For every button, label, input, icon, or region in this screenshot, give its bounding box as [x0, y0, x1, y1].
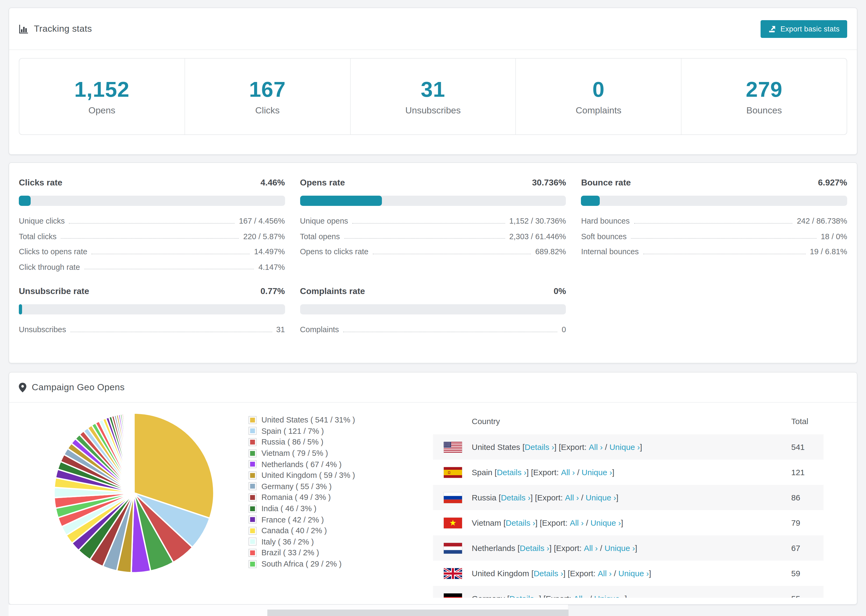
export-all-link[interactable]: All › [565, 493, 579, 502]
separator: / [584, 518, 590, 527]
rate-row: Unique clicks167 / 4.456% [19, 214, 285, 229]
table-row: Russia [Details ›] [Export: All › / Uniq… [433, 485, 823, 510]
export-all-link[interactable]: All › [570, 518, 584, 527]
legend-label: France ( 42 / 2% ) [261, 515, 324, 524]
export-unique-link[interactable]: Unique › [590, 518, 621, 527]
geo-opens-legend: United States ( 541 / 31% )Spain ( 121 /… [249, 415, 355, 569]
summary-value: 0 [592, 77, 605, 101]
rate-progress-fill [300, 196, 382, 206]
dotted-leader [643, 254, 806, 254]
export-basic-stats-button[interactable]: Export basic stats [761, 20, 847, 38]
rate-row-value: 167 / 4.456% [239, 217, 285, 225]
details-link[interactable]: Details › [505, 518, 535, 527]
rate-title: Complaints rate [300, 285, 365, 297]
summary-cell-opens: 1,152Opens [19, 58, 184, 134]
es-flag-icon [444, 467, 462, 478]
legend-swatch [249, 515, 257, 523]
rate-row-value: 0 [562, 325, 566, 334]
legend-item: Spain ( 121 / 7% ) [249, 426, 355, 437]
rate-row-label: Unsubscribes [19, 325, 66, 334]
rate-row: Clicks to opens rate14.497% [19, 244, 285, 259]
bracket: ] [649, 569, 651, 578]
rate-row-label: Unique clicks [19, 217, 65, 225]
summary-cell-clicks: 167Clicks [184, 58, 350, 134]
bracket: ] [612, 468, 614, 477]
geo-opens-title-text: Campaign Geo Opens [32, 382, 125, 393]
rate-title: Unsubscribe rate [19, 285, 89, 297]
legend-item: United Kingdom ( 59 / 3% ) [249, 470, 355, 481]
export-unique-link[interactable]: Unique › [618, 569, 649, 578]
rate-title: Opens rate [300, 177, 345, 189]
legend-label: United States ( 541 / 31% ) [261, 416, 355, 424]
details-link[interactable]: Details › [509, 594, 539, 598]
geo-opens-table: Country Total United States [Details ›] … [433, 407, 823, 598]
country-name: Germany [472, 594, 507, 598]
details-link[interactable]: Details › [520, 544, 549, 553]
rate-row: Total opens2,303 / 61.446% [300, 229, 566, 244]
details-link[interactable]: Details › [534, 569, 563, 578]
export-unique-link[interactable]: Unique › [586, 493, 616, 502]
rate-row-value: 31 [276, 325, 285, 334]
geo-opens-title: Campaign Geo Opens [19, 382, 125, 393]
export-all-link[interactable]: All › [561, 468, 575, 477]
export-all-link[interactable]: All › [584, 544, 598, 553]
rate-row: Internal bounces19 / 6.81% [581, 244, 847, 259]
legend-label: Brazil ( 33 / 2% ) [261, 548, 319, 557]
rate-row-value: 18 / 0% [821, 232, 847, 241]
rate-block-head: Opens rate30.736% [300, 177, 566, 189]
export-unique-link[interactable]: Unique › [582, 468, 612, 477]
table-row: United Kingdom [Details ›] [Export: All … [433, 561, 823, 586]
legend-swatch [249, 538, 257, 546]
dotted-leader [634, 223, 793, 224]
legend-item: Romania ( 49 / 3% ) [249, 492, 355, 503]
summary-label: Clicks [255, 105, 280, 116]
details-link[interactable]: Details › [525, 442, 554, 451]
separator: / [598, 544, 605, 553]
export-button-label: Export basic stats [781, 25, 840, 33]
legend-swatch [249, 549, 257, 557]
export-all-link[interactable]: All › [598, 569, 612, 578]
bracket: ] [635, 544, 637, 553]
bracket: ] [625, 594, 627, 598]
details-link[interactable]: Details › [497, 468, 526, 477]
summary-label: Unsubscribes [405, 105, 461, 116]
country-total: 59 [791, 569, 823, 578]
country-name: United Kingdom [472, 569, 531, 578]
legend-item: Russia ( 86 / 5% ) [249, 437, 355, 448]
rate-row-label: Clicks to opens rate [19, 248, 87, 256]
legend-swatch [249, 438, 257, 446]
geo-opens-header: Campaign Geo Opens [9, 372, 857, 402]
bracket: ] [Export: [563, 569, 598, 578]
rate-block-unsubscribe: Unsubscribe rate0.77%Unsubscribes31 [19, 285, 285, 337]
separator: / [603, 442, 609, 451]
rate-row-label: Click through rate [19, 263, 80, 272]
rate-block-complaints: Complaints rate0%Complaints0 [300, 285, 566, 337]
dotted-leader [352, 223, 505, 224]
legend-swatch [249, 493, 257, 501]
table-row: Netherlands [Details ›] [Export: All › /… [433, 535, 823, 561]
country-total: 55 [791, 594, 823, 598]
export-all-link[interactable]: All › [589, 442, 603, 451]
bracket: ] [Export: [554, 442, 589, 451]
export-all-link[interactable]: All › [574, 594, 587, 598]
rate-row-value: 19 / 6.81% [810, 248, 847, 256]
rate-row-label: Opens to clicks rate [300, 248, 368, 256]
export-unique-link[interactable]: Unique › [605, 544, 635, 553]
rate-row: Complaints0 [300, 322, 566, 337]
country-total: 541 [791, 442, 823, 451]
summary-value: 167 [249, 77, 286, 101]
rate-row-value: 242 / 86.738% [797, 217, 847, 225]
rate-rows: Complaints0 [300, 322, 566, 337]
rate-title: Bounce rate [581, 177, 631, 189]
details-link[interactable]: Details › [501, 493, 531, 502]
rate-row: Unsubscribes31 [19, 322, 285, 337]
rate-progress-bar [19, 196, 285, 206]
country-total: 86 [791, 493, 823, 502]
export-unique-link[interactable]: Unique › [594, 594, 625, 598]
rates-card: Clicks rate4.46%Unique clicks167 / 4.456… [9, 162, 857, 363]
gb-flag-icon [444, 568, 462, 579]
legend-label: United Kingdom ( 59 / 3% ) [261, 471, 355, 480]
export-unique-link[interactable]: Unique › [609, 442, 640, 451]
rate-progress-bar [19, 304, 285, 314]
bracket: ] [621, 518, 623, 527]
